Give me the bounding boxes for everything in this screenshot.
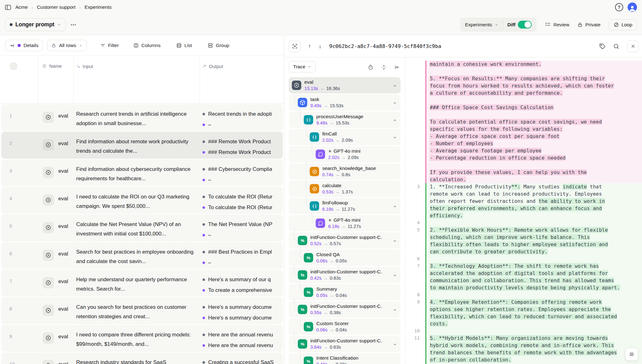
table-row[interactable]: 8evalCan you search for best practices o… — [1, 297, 283, 324]
span-row[interactable]: %Intent Classification0.48s→0.38s — [289, 353, 401, 364]
span-timing: 9.49s→15.53s — [310, 103, 344, 108]
table-row[interactable]: 4evalI need to calculate the ROI on our … — [1, 187, 283, 214]
filter-button[interactable]: Filter — [100, 43, 119, 48]
next-row-button[interactable]: ↓ — [319, 43, 322, 50]
chevron-down-icon[interactable] — [393, 135, 397, 140]
align-center-icon[interactable] — [381, 64, 387, 70]
diff-added-line: 4. **Employee Retention**: Companies off… — [430, 298, 642, 306]
diff-toggle[interactable] — [518, 21, 532, 29]
diff-removed-line: - Average square footage per employee — [430, 147, 642, 154]
view-mode-label: Experiments — [465, 22, 492, 28]
chevron-down-icon[interactable] — [393, 273, 397, 277]
select-all-checkbox[interactable] — [10, 63, 17, 70]
span-row[interactable]: task9.49s→15.53s — [289, 94, 401, 111]
span-row[interactable]: %initFunction-Customer support-C...0.42s… — [289, 267, 401, 283]
table-row[interactable]: 2evalFind information about remote work … — [1, 132, 283, 159]
help-icon[interactable]: ? — [615, 3, 623, 11]
output-dot-icon — [203, 317, 205, 319]
span-row[interactable]: ()processUserMessage9.48s→15.53s — [289, 112, 401, 128]
output-item: Here's a summary docume — [203, 313, 283, 323]
column-divider — [38, 56, 38, 103]
prev-row-button[interactable]: ↑ — [308, 43, 311, 50]
table-row[interactable]: 10evalResearch industry standards for Sa… — [1, 352, 283, 364]
chevron-down-icon[interactable] — [393, 101, 397, 105]
list-button[interactable]: List — [176, 43, 192, 48]
column-header-input[interactable]: ↘ Input — [76, 63, 93, 69]
diff-line-number: 4 — [405, 219, 425, 226]
breadcrumb-project[interactable]: Customer support — [37, 4, 76, 10]
group-button[interactable]: Group — [208, 43, 229, 48]
span-row[interactable]: calculate0.53s→1.37s — [289, 181, 401, 197]
column-header-output[interactable]: ↗ Output — [203, 63, 223, 69]
breadcrumb-org[interactable]: Acme — [15, 4, 28, 10]
output-item: ### Best Practices in Empl — [203, 247, 283, 257]
diff-removed-line: - Number of employees — [430, 140, 642, 147]
row-name: eval — [58, 334, 68, 340]
chevron-down-icon[interactable] — [393, 84, 397, 88]
span-row[interactable]: ✳GPT-4o mini2.02s→2.09s — [289, 146, 401, 162]
expand-trace-button[interactable] — [289, 40, 301, 52]
arrow-up-right-icon: ↗ — [203, 63, 207, 69]
span-row[interactable]: %Summary0.05s→0.04s — [289, 284, 401, 300]
span-row[interactable]: %initFunction-Customer support-C...0.55s… — [289, 301, 401, 318]
span-timing: 2.02s→2.09s — [328, 155, 359, 160]
span-name: initFunction-Customer support-C... — [310, 269, 382, 275]
details-button[interactable]: Details — [5, 40, 43, 51]
output-dot-icon — [203, 306, 205, 309]
more-menu-button[interactable]: ⋯ — [70, 21, 76, 28]
review-button[interactable]: Review — [545, 22, 569, 28]
row-name: eval — [58, 251, 68, 257]
experiment-selector[interactable]: Longer prompt — [5, 18, 66, 31]
columns-button[interactable]: Columns — [133, 43, 160, 48]
trace-view-dropdown[interactable]: Trace — [289, 61, 316, 72]
row-number: 7 — [9, 278, 12, 284]
table-row[interactable]: 9evalI need to compare three different p… — [1, 325, 283, 352]
table-row[interactable]: 6evalSearch for best practices in employ… — [1, 242, 283, 269]
avatar[interactable] — [628, 3, 637, 12]
chevron-down-icon[interactable] — [393, 239, 397, 243]
diff-added-block: 31. **Increased Productivity**: Many stu… — [405, 183, 642, 219]
breadcrumb-section[interactable]: Experiments — [85, 4, 112, 10]
span-row[interactable]: %initFunction-Customer support-C...0.52s… — [289, 232, 401, 249]
chevron-down-icon[interactable] — [393, 308, 397, 312]
table-body: 1evalResearch current trends in artifici… — [0, 103, 284, 364]
diff-removed-line: - Percentage reduction in office space n… — [430, 154, 642, 161]
column-header-name[interactable]: Name — [42, 63, 62, 69]
span-row[interactable]: %Custom Scorer0.06s→0.04s — [289, 319, 401, 335]
chevron-down-icon[interactable] — [393, 204, 397, 208]
diff-menu-button[interactable] — [625, 348, 638, 361]
tag-icon[interactable] — [599, 43, 606, 50]
span-row[interactable]: %Closed QA0.06s→0.05s — [289, 250, 401, 266]
span-row[interactable]: eval13.13s→16.36s — [289, 77, 401, 93]
chevron-down-icon[interactable] — [393, 118, 397, 122]
span-row[interactable]: ✳GPT-4o mini6.18s→11.27s — [289, 215, 401, 231]
diff-added-block: 94. **Employee Retention**: Companies of… — [405, 298, 642, 327]
eval-icon — [43, 332, 54, 344]
rows-filter-dropdown[interactable]: All rows — [47, 40, 87, 51]
view-mode-dropdown[interactable]: Experiments — [462, 20, 501, 29]
collapse-left-icon[interactable] — [394, 64, 400, 70]
span-timing: 0.06s→0.05s — [316, 258, 347, 263]
output-item: The Net Present Value (NP — [203, 220, 283, 229]
timer-icon[interactable] — [368, 64, 374, 70]
span-row[interactable]: ()llmFollowup6.18s→11.27s — [289, 198, 401, 214]
span-row[interactable]: search_knowledge_base0.74s→0.8s — [289, 163, 401, 180]
table-row[interactable]: 5evalCalculate the Net Present Value (NP… — [1, 214, 283, 241]
columns-icon — [133, 43, 139, 48]
diff-removed-line: - Average office space cost per square f… — [430, 133, 642, 140]
output-dot-icon — [203, 179, 205, 181]
close-panel-button[interactable] — [627, 40, 639, 52]
sidebar-toggle-icon[interactable] — [5, 5, 11, 10]
table-row[interactable]: 3evalFind information about cybersecurit… — [1, 159, 283, 186]
search-icon[interactable] — [613, 43, 619, 50]
output-item: Recent trends in the adopti — [203, 109, 283, 119]
loop-button[interactable]: Loop — [609, 19, 637, 30]
span-row[interactable]: %initFunction-Customer support-C...3.64s… — [289, 336, 401, 352]
private-button[interactable]: Private — [577, 22, 600, 28]
table-row[interactable]: 7evalHelp me understand our quarterly pe… — [1, 270, 283, 297]
chevron-down-icon[interactable] — [393, 342, 397, 346]
diff-added-line: flexibility often leads to higher employ… — [430, 241, 642, 248]
table-row[interactable]: 1evalResearch current trends in artifici… — [1, 104, 283, 131]
details-label: Details — [24, 43, 38, 48]
span-row[interactable]: ()llmCall2.02s→2.09s — [289, 129, 401, 145]
